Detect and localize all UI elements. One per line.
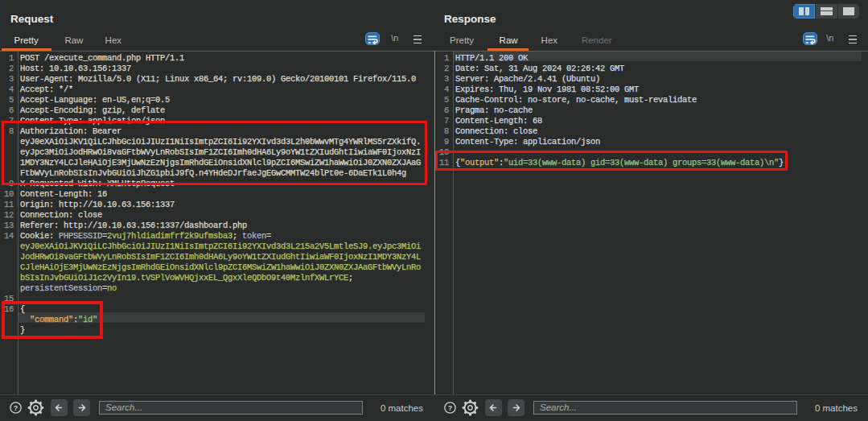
svg-text:?: ? [448,404,453,412]
svg-text:?: ? [14,404,19,412]
